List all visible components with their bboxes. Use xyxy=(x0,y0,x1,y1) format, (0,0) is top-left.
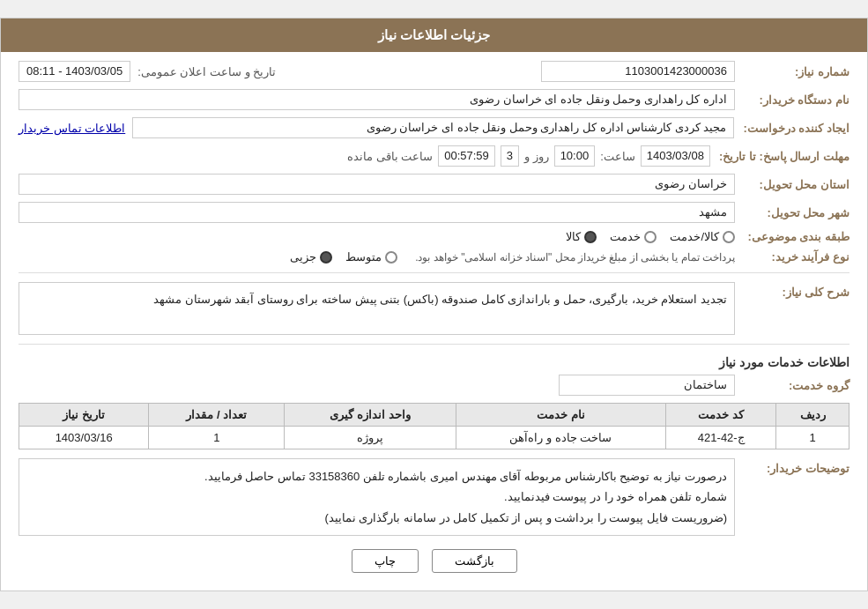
service-group-row: گروه خدمت: ساختمان xyxy=(19,375,849,396)
province-row: استان محل تحویل: خراسان رضوی xyxy=(19,174,849,195)
cell-service-code: ج-42-421 xyxy=(666,427,776,449)
services-section-title: اطلاعات خدمات مورد نیاز xyxy=(19,355,849,369)
category-label: طبقه بندی موضوعی: xyxy=(735,230,849,243)
col-service-name: نام خدمت xyxy=(456,404,665,427)
services-table: ردیف کد خدمت نام خدمت واحد اندازه گیری ت… xyxy=(19,403,849,449)
back-button[interactable]: بازگشت xyxy=(432,549,517,573)
category-option-khadamat[interactable]: خدمت xyxy=(610,230,657,243)
table-row: 1 ج-42-421 ساخت جاده و راه‌آهن پروژه 1 1… xyxy=(19,427,849,449)
response-days-value: 3 xyxy=(501,145,519,167)
announce-group: تاریخ و ساعت اعلان عمومی: 1403/03/05 - 0… xyxy=(19,61,541,82)
category-row: طبقه بندی موضوعی: کالا/خدمت خدمت کالا xyxy=(19,230,849,243)
contact-link[interactable]: اطلاعات تماس خریدار xyxy=(19,122,125,135)
city-label: شهر محل تحویل: xyxy=(735,206,849,219)
radio-medium-icon xyxy=(385,251,397,264)
org-name-value: اداره کل راهداری وحمل ونقل جاده ای خراسا… xyxy=(19,89,735,110)
page-container: جزئیات اطلاعات نیاز شماره نیاز: 11030014… xyxy=(0,18,868,591)
announce-label: تاریخ و ساعت اعلان عمومی: xyxy=(137,65,276,78)
radio-partial-icon xyxy=(320,251,332,264)
purchase-type-row: نوع فرآیند خرید: پرداخت تمام یا بخشی از … xyxy=(19,250,849,264)
col-row-num: ردیف xyxy=(776,404,849,427)
response-days-label: روز و xyxy=(524,150,549,163)
service-group-label: گروه خدمت: xyxy=(735,379,849,392)
category-option-kala[interactable]: کالا xyxy=(566,230,597,243)
cell-quantity: 1 xyxy=(149,427,285,449)
purchase-option-medium[interactable]: متوسط xyxy=(345,250,397,264)
datetime-group: 1403/03/08 ساعت: 10:00 روز و 3 00:57:59 … xyxy=(19,145,710,167)
city-row: شهر محل تحویل: مشهد xyxy=(19,202,849,223)
city-value: مشهد xyxy=(19,202,735,223)
radio-kala-khadamat-icon xyxy=(723,231,735,243)
category-kala-khadamat-label: کالا/خدمت xyxy=(670,230,719,243)
remaining-value: 00:57:59 xyxy=(438,145,495,167)
purchase-option-partial[interactable]: جزیی xyxy=(290,250,332,264)
remaining-label: ساعت باقی مانده xyxy=(347,150,433,163)
response-time-value: 10:00 xyxy=(554,145,596,167)
province-label: استان محل تحویل: xyxy=(735,178,849,191)
page-header: جزئیات اطلاعات نیاز xyxy=(1,19,867,52)
purchase-desc: پرداخت تمام یا بخشی از مبلغ خریداز محل "… xyxy=(415,251,735,264)
category-radio-group: کالا/خدمت خدمت کالا xyxy=(566,230,735,243)
creator-row: ایجاد کننده درخواست: مجید کردی کارشناس ا… xyxy=(19,117,849,138)
purchase-type-group: پرداخت تمام یا بخشی از مبلغ خریداز محل "… xyxy=(19,250,735,264)
col-quantity: تعداد / مقدار xyxy=(149,404,285,427)
need-number-row: شماره نیاز: 1103001423000036 تاریخ و ساع… xyxy=(19,61,849,82)
print-button[interactable]: چاپ xyxy=(352,549,419,573)
need-desc-value: تجدید استعلام خرید، بارگیری، حمل و باران… xyxy=(19,282,735,335)
response-deadline-row: مهلت ارسال پاسخ: تا تاریخ: 1403/03/08 سا… xyxy=(19,145,849,167)
col-need-date: تاریخ نیاز xyxy=(19,404,149,427)
org-name-row: نام دستگاه خریدار: اداره کل راهداری وحمل… xyxy=(19,89,849,110)
buyer-notes-value: درصورت نیاز به توضیح باکارشناس مربوطه آق… xyxy=(19,458,735,536)
need-desc-row: شرح کلی نیاز: تجدید استعلام خرید، بارگیر… xyxy=(19,282,849,335)
province-value: خراسان رضوی xyxy=(19,174,735,195)
creator-value: مجید کردی کارشناس اداره کل راهداری وحمل … xyxy=(132,117,734,138)
divider-1 xyxy=(19,272,849,273)
category-kala-label: کالا xyxy=(566,230,581,243)
response-deadline-label: مهلت ارسال پاسخ: تا تاریخ: xyxy=(710,150,849,163)
purchase-type-label: نوع فرآیند خرید: xyxy=(735,250,849,264)
cell-need-date: 1403/03/16 xyxy=(19,427,149,449)
purchase-radio-group: متوسط جزیی xyxy=(290,250,397,264)
table-header-row: ردیف کد خدمت نام خدمت واحد اندازه گیری ت… xyxy=(19,404,849,427)
need-number-value: 1103001423000036 xyxy=(541,61,735,82)
radio-kala-icon xyxy=(584,231,597,243)
category-khadamat-label: خدمت xyxy=(610,230,641,243)
purchase-partial-label: جزیی xyxy=(290,250,316,264)
main-content: شماره نیاز: 1103001423000036 تاریخ و ساع… xyxy=(1,52,867,590)
cell-row-num: 1 xyxy=(776,427,849,449)
category-option-kala-khadamat[interactable]: کالا/خدمت xyxy=(670,230,735,243)
creator-label: ایجاد کننده درخواست: xyxy=(734,122,849,135)
need-number-label: شماره نیاز: xyxy=(735,65,849,78)
cell-service-name: ساخت جاده و راه‌آهن xyxy=(456,427,665,449)
need-desc-label: شرح کلی نیاز: xyxy=(735,282,849,299)
service-group-value: ساختمان xyxy=(559,375,735,396)
page-title: جزئیات اطلاعات نیاز xyxy=(378,27,490,42)
announce-value: 1403/03/05 - 08:11 xyxy=(19,61,130,82)
buyer-notes-row: توضیحات خریدار: درصورت نیاز به توضیح باک… xyxy=(19,458,849,536)
response-date-value: 1403/03/08 xyxy=(641,145,710,167)
response-time-label: ساعت: xyxy=(600,150,635,163)
org-name-label: نام دستگاه خریدار: xyxy=(735,93,849,107)
cell-unit: پروژه xyxy=(285,427,456,449)
radio-khadamat-icon xyxy=(644,231,657,243)
purchase-medium-label: متوسط xyxy=(345,250,382,264)
col-service-code: کد خدمت xyxy=(666,404,776,427)
buyer-notes-label: توضیحات خریدار: xyxy=(735,458,849,475)
divider-2 xyxy=(19,344,849,345)
button-row: بازگشت چاپ xyxy=(19,549,849,573)
col-unit: واحد اندازه گیری xyxy=(285,404,456,427)
